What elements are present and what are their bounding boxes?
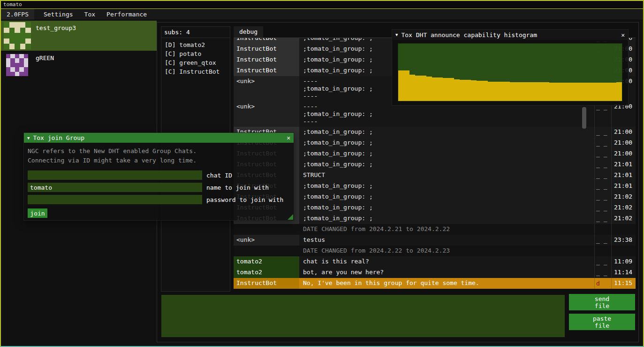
message-time <box>611 246 636 256</box>
member-item[interactable]: [D] tomato2 <box>161 40 230 49</box>
message-sender: <unk> <box>234 101 299 127</box>
window-titlebar[interactable]: tomato <box>1 1 643 9</box>
message-sender: tomato2 <box>234 267 299 278</box>
group-item-test_group3[interactable]: test_group3 <box>1 21 157 51</box>
histogram-bar <box>599 83 605 101</box>
histogram-bar <box>561 83 566 101</box>
message-status: _ _ <box>594 235 611 246</box>
histogram-bar <box>544 82 549 101</box>
resize-grip[interactable] <box>288 214 293 220</box>
join-window-title: Tox join Group <box>33 134 84 141</box>
date-row: DATE CHANGED from 2024.2.22 to 2024.2.23 <box>234 246 636 256</box>
histogram-bar <box>521 82 527 101</box>
member-item[interactable]: [C] potato <box>161 49 230 58</box>
message-time: 21:00 <box>611 148 636 159</box>
message-time: 23:38 <box>611 235 636 246</box>
menu-settings[interactable]: Settings <box>38 9 79 20</box>
collapse-arrow-icon[interactable]: ▼ <box>395 32 398 37</box>
menu-performance[interactable]: Performance <box>101 9 152 20</box>
join-button[interactable]: join <box>28 208 47 218</box>
chat-id-input[interactable] <box>28 170 202 180</box>
message-status: _ _ <box>594 159 611 170</box>
histogram-window-title: Tox DHT announce capability histogram <box>401 31 537 39</box>
close-icon[interactable]: ✕ <box>621 31 625 39</box>
message-time <box>611 224 636 235</box>
message-sender: <unk> <box>234 235 299 246</box>
fps-counter[interactable]: 2.0FPS <box>1 9 34 20</box>
message-row[interactable]: tomato2bot, are you new here?_ _11:14 <box>234 267 636 278</box>
scrollbar-thumb[interactable] <box>582 107 586 129</box>
message-time: 21:02 <box>611 192 636 202</box>
file-buttons: send file paste file <box>569 294 635 330</box>
message-status: _ _ <box>594 170 611 181</box>
message-sender <box>234 224 299 235</box>
histogram-bar <box>505 82 510 101</box>
histogram-bar <box>482 81 488 101</box>
collapse-arrow-icon[interactable]: ▼ <box>27 136 30 140</box>
message-text: ;tomato_in_group: ; <box>299 138 594 148</box>
histogram-bar <box>465 80 471 101</box>
window-title: tomato <box>3 1 22 8</box>
message-status: _ _ <box>594 138 611 148</box>
histogram-bar <box>515 82 521 101</box>
histogram-bar <box>443 78 448 101</box>
join-window-titlebar[interactable]: ▼ Tox join Group ✕ <box>24 133 294 143</box>
chat-id-label: chat ID <box>206 172 232 179</box>
histogram-bar <box>404 70 409 101</box>
histogram-bar <box>398 70 404 101</box>
histogram-bar <box>549 83 555 101</box>
message-status: _ _ <box>594 192 611 202</box>
histogram-bar <box>421 76 426 101</box>
menu-bar: 2.0FPSSettingsToxPerformance <box>1 9 643 20</box>
histogram-bar <box>409 75 415 101</box>
message-input[interactable] <box>161 295 565 337</box>
group-item-gREEN[interactable]: gREEN <box>1 51 157 81</box>
app-window: tomato 2.0FPSSettingsToxPerformance test… <box>0 0 644 347</box>
menu-tox[interactable]: Tox <box>79 9 101 20</box>
close-icon[interactable]: ✕ <box>287 134 290 141</box>
message-text: bot, are you new here? <box>299 267 594 278</box>
histogram-bar <box>588 83 594 101</box>
message-status: _ _ <box>594 127 611 138</box>
ngc-description-line2: Connecting via ID might take a very long… <box>28 156 290 165</box>
message-time: 21:01 <box>611 170 636 181</box>
message-time: 21:01 <box>611 159 636 170</box>
message-status: _ _ <box>594 256 611 267</box>
send-file-button[interactable]: send file <box>569 294 635 310</box>
histogram-bar <box>532 82 538 101</box>
message-status: _ _ <box>594 213 611 224</box>
message-row[interactable]: InstructBotNo, I've been in this group f… <box>234 278 636 289</box>
message-status: d <box>594 278 611 289</box>
message-text: DATE CHANGED from 2024.2.22 to 2024.2.23 <box>299 246 594 256</box>
histogram-window-titlebar[interactable]: ▼ Tox DHT announce capability histogram … <box>392 30 628 40</box>
histogram-bar <box>448 78 454 101</box>
message-time: 21:02 <box>611 213 636 224</box>
join-name-label: name to join with <box>206 184 269 191</box>
message-text: No, I've been in this group for quite so… <box>299 278 594 289</box>
message-text: ;tomato_in_group: ; <box>299 148 594 159</box>
paste-file-button[interactable]: paste file <box>569 314 635 330</box>
message-row[interactable]: tomato2chat is this real?_ _11:09 <box>234 256 636 267</box>
join-name-input[interactable] <box>28 183 202 192</box>
join-group-window: ▼ Tox join Group ✕ NGC refers to the New… <box>23 132 294 221</box>
message-text: ;tomato_in_group: ; <box>299 181 594 192</box>
message-time: 11:09 <box>611 256 636 267</box>
message-sender: tomato2 <box>234 256 299 267</box>
histogram-bar <box>415 76 421 101</box>
join-password-label: password to join with <box>206 196 283 203</box>
histogram-bar <box>426 77 432 101</box>
histogram-bar <box>493 82 499 101</box>
join-password-input[interactable] <box>28 195 202 204</box>
member-item[interactable]: [C] InstructBot <box>161 67 230 76</box>
message-status: _ _ <box>594 181 611 192</box>
message-sender: <unk> <box>234 76 299 101</box>
histogram-bars <box>398 44 622 101</box>
message-text: DATE CHANGED from 2024.2.21 to 2024.2.22 <box>299 224 594 235</box>
message-time: 21:00 <box>611 127 636 138</box>
member-item[interactable]: [C] green_qtox <box>161 58 230 67</box>
histogram-bar <box>477 81 482 101</box>
message-sender: InstructBot <box>234 65 299 76</box>
message-row[interactable]: <unk>testus_ _23:38 <box>234 235 636 246</box>
message-sender: InstructBot <box>234 44 299 54</box>
tab-debug[interactable]: debug <box>234 26 263 38</box>
